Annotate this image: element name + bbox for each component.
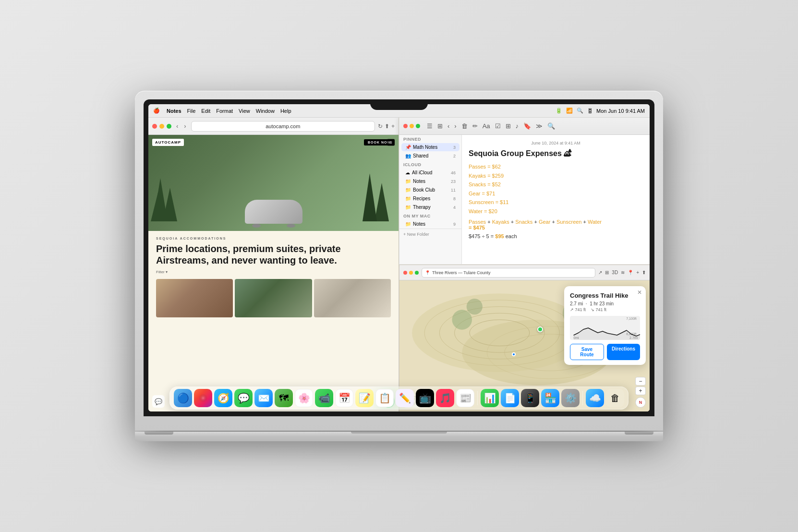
notes-font-icon[interactable]: Aa [482,121,491,131]
maps-fullscreen-button[interactable] [415,271,419,275]
safari-fullscreen-button[interactable] [167,124,171,129]
menu-file[interactable]: File [187,108,196,114]
safari-content: AUTOCAMP BOOK NOW [148,135,399,411]
notes-prev-icon[interactable]: ‹ [447,121,450,131]
maps-directions-icon[interactable]: ↗ [598,270,602,275]
svg-text:7,100ft: 7,100ft [626,317,636,320]
save-route-button[interactable]: Save Route [570,344,604,360]
maps-minimize-button[interactable] [409,271,413,275]
dock-separator-2 [582,391,583,405]
route-card-close-button[interactable]: ✕ [637,289,642,296]
dock-app-messages[interactable]: 💬 [234,389,253,407]
notes-item-book-club[interactable]: 📁 Book Club 11 [401,186,459,194]
menu-view[interactable]: View [239,108,250,114]
dock-app-appletv[interactable]: 📺 [416,389,434,407]
dock-app-icloud[interactable]: ☁️ [586,389,604,407]
dock-app-notes[interactable]: 📝 [355,389,374,407]
menu-help[interactable]: Help [280,108,291,114]
safari-share-icon[interactable]: ⬆ [385,123,389,130]
notes-item-therapy[interactable]: 📁 Therapy 4 [401,203,459,211]
autocamp-headline: Prime locations, premium suites, private… [156,243,391,266]
kayaks-text: Kayaks = $259 [469,173,504,179]
menu-format[interactable]: Format [216,108,233,114]
dock-app-photos[interactable]: 🌸 [295,389,313,407]
maps-share-icon[interactable]: ⬆ [642,270,646,275]
search-icon[interactable]: 🔍 [577,108,583,114]
notes-item-shared[interactable]: 👥 Shared 2 [401,152,459,160]
apple-menu-icon[interactable]: 🍎 [153,108,160,114]
zoom-minus-button[interactable]: − [635,377,646,386]
notes-fullscreen-button[interactable] [416,124,420,128]
dock-app-news[interactable]: 📰 [456,389,474,407]
notes-item-all-icloud[interactable]: ☁ All iCloud 46 [401,169,459,177]
dock-app-facetime[interactable]: 📹 [315,389,333,407]
maps-3d-icon[interactable]: 3D [612,270,618,275]
dock-app-calendar[interactable]: 📅 [335,389,353,407]
gallery-image-2 [235,279,312,317]
maps-traffic-icon[interactable]: ≋ [621,270,625,275]
gallery-image-3 [314,279,391,317]
notes-close-button[interactable] [403,124,408,128]
dock: 🔵 🧭 💬 ✉️ 🗺 🌸 [169,387,629,410]
notes-title[interactable]: Sequoia Group Expenses 🏕 [469,149,643,158]
map-start-marker[interactable] [537,326,543,332]
maps-add-icon[interactable]: + [636,270,639,275]
route-elevation: ↗ 741 ft ↘ 741 ft [570,307,640,312]
autocamp-tag: SEQUOIA ACCOMMODATIONS [156,237,391,240]
notes-item-recipes[interactable]: 📁 Recipes 8 [401,194,459,203]
notes-item-math[interactable]: 📌 Math Notes 3 [401,143,459,151]
dock-app-safari[interactable]: 🧭 [214,389,232,407]
dock-app-appstore[interactable]: 🏪 [541,389,559,407]
hero-menu-icon[interactable]: ≡ [387,139,395,146]
menu-notes[interactable]: Notes [167,108,181,114]
menu-edit[interactable]: Edit [201,108,210,114]
control-center-icon[interactable]: 🎛 [587,108,592,114]
notes-delete-icon[interactable]: 🗑 [460,121,469,131]
maps-pin-icon[interactable]: 📍 [628,270,633,275]
dock-app-numbers[interactable]: 📊 [481,389,499,407]
notes-item-local[interactable]: 📁 Notes 9 [401,220,459,228]
notes-item-notes[interactable]: 📁 Notes 23 [401,177,459,185]
notes-minimize-button[interactable] [410,124,414,128]
dock-app-iphone[interactable]: 📱 [521,389,539,407]
notes-grid-icon[interactable]: ⊞ [436,121,444,131]
maps-layers-icon[interactable]: ⊞ [605,270,609,275]
safari-back-button[interactable]: ‹ [174,121,180,131]
maps-close-button[interactable] [403,271,407,275]
dock-app-reminders[interactable]: 📋 [375,389,394,407]
dock-app-music[interactable]: 🎵 [436,389,454,407]
dock-app-settings[interactable]: ⚙️ [561,389,580,407]
notes-share-icon[interactable]: 🔖 [522,121,532,131]
notes-checklist-icon[interactable]: ☑ [494,121,502,131]
safari-url-bar[interactable]: autocamp.com [191,121,375,132]
notes-content[interactable]: June 10, 2024 at 9:41 AM Sequoia Group E… [462,135,650,264]
airstream-trailer [245,200,302,224]
dock-app-maps[interactable]: 🗺 [275,389,293,407]
dock-app-trash[interactable]: 🗑 [606,389,624,407]
safari-forward-button[interactable]: › [182,121,188,131]
autocamp-filter[interactable]: Filter ▾ [156,270,391,274]
new-folder-button[interactable]: + New Folder [399,229,461,240]
safari-minimize-button[interactable] [159,124,164,129]
notes-search-icon[interactable]: 🔍 [546,121,556,131]
dock-app-launchpad[interactable] [194,389,212,407]
directions-button[interactable]: Directions [607,344,640,360]
dock-app-pages[interactable]: 📄 [501,389,519,407]
notes-more-icon[interactable]: ≫ [535,121,544,131]
notes-attachment-icon[interactable]: ♪ [515,121,520,131]
math-notes-icon: 📌 [405,145,411,150]
safari-reload-icon[interactable]: ↻ [378,123,383,130]
dock-app-freeform[interactable]: ✏️ [396,389,414,407]
dock-app-mail[interactable]: ✉️ [254,389,273,407]
notes-pinned-header: Pinned [399,135,461,143]
notes-list-icon[interactable]: ☰ [426,121,434,131]
macbook-body: 🍎 Notes File Edit Format View Window Hel… [135,91,663,431]
maps-search-bar[interactable]: 📍 Three Rivers — Tulare County [422,268,595,278]
notes-table-icon[interactable]: ⊞ [505,121,512,131]
menu-window[interactable]: Window [256,108,275,114]
dock-app-finder[interactable]: 🔵 [174,389,192,407]
safari-newtab-icon[interactable]: + [391,123,395,130]
notes-next-icon[interactable]: › [453,121,457,131]
safari-close-button[interactable] [152,124,157,129]
notes-compose-icon[interactable]: ✏ [472,121,479,131]
